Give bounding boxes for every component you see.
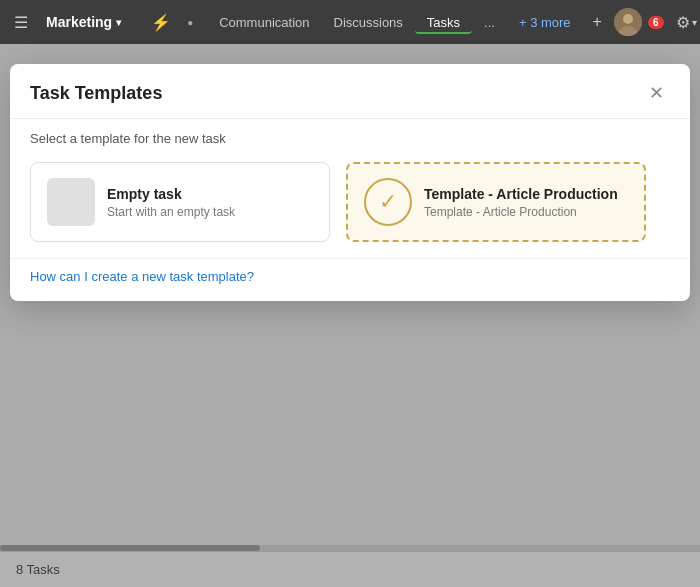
nav-item-more[interactable]: + 3 more xyxy=(507,11,583,34)
empty-task-desc: Start with an empty task xyxy=(107,205,313,219)
article-template-name: Template - Article Production xyxy=(424,186,628,202)
menu-icon[interactable]: ☰ xyxy=(8,9,34,36)
selected-check-icon: ✓ xyxy=(364,178,412,226)
template-card-article[interactable]: ✓ Template - Article Production Template… xyxy=(346,162,646,242)
avatar[interactable] xyxy=(614,8,642,36)
settings-chevron-icon: ▾ xyxy=(692,17,697,28)
modal-body: Empty task Start with an empty task ✓ Te… xyxy=(10,154,690,258)
add-icon[interactable]: + xyxy=(587,9,608,35)
help-link[interactable]: How can I create a new task template? xyxy=(30,269,254,284)
empty-task-name: Empty task xyxy=(107,186,313,202)
template-card-empty[interactable]: Empty task Start with an empty task xyxy=(30,162,330,242)
settings-button[interactable]: ⚙ ▾ xyxy=(670,9,700,36)
empty-task-icon xyxy=(47,178,95,226)
nav-item-discussions[interactable]: Discussions xyxy=(322,11,415,34)
notification-badge[interactable]: 6 xyxy=(648,16,664,29)
modal-title: Task Templates xyxy=(30,83,162,104)
modal-footer: How can I create a new task template? xyxy=(10,258,690,301)
modal-overlay: Task Templates ✕ Select a template for t… xyxy=(0,44,700,587)
nav-item-tasks[interactable]: Tasks xyxy=(415,11,472,34)
topbar: ☰ Marketing ▾ ⚡ ● Communication Discussi… xyxy=(0,0,700,44)
empty-task-info: Empty task Start with an empty task xyxy=(107,186,313,219)
topbar-right: + 6 ⚙ ▾ xyxy=(587,8,700,36)
bolt-icon[interactable]: ⚡ xyxy=(145,9,177,36)
page-background: Task Templates ✕ Select a template for t… xyxy=(0,44,700,587)
template-grid: Empty task Start with an empty task ✓ Te… xyxy=(30,162,670,242)
modal-close-button[interactable]: ✕ xyxy=(643,80,670,106)
task-templates-modal: Task Templates ✕ Select a template for t… xyxy=(10,64,690,301)
settings-icon: ⚙ xyxy=(676,13,690,32)
topbar-nav: Communication Discussions Tasks ... + 3 … xyxy=(207,11,582,34)
modal-header: Task Templates ✕ xyxy=(10,64,690,119)
nav-item-communication[interactable]: Communication xyxy=(207,11,321,34)
modal-subtitle: Select a template for the new task xyxy=(10,119,690,154)
dot-icon[interactable]: ● xyxy=(181,13,199,32)
article-template-desc: Template - Article Production xyxy=(424,205,628,219)
project-selector[interactable]: Marketing ▾ xyxy=(38,10,129,34)
project-chevron-icon: ▾ xyxy=(116,17,121,28)
article-template-info: Template - Article Production Template -… xyxy=(424,186,628,219)
nav-item-more-dots[interactable]: ... xyxy=(472,11,507,34)
project-name: Marketing xyxy=(46,14,112,30)
svg-point-1 xyxy=(623,14,633,24)
